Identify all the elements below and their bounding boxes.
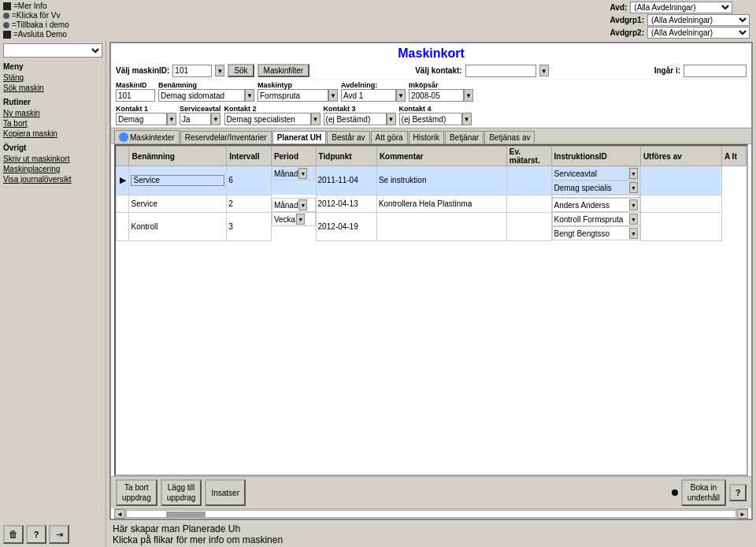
sidebar-item-ny-maskin[interactable]: Ny maskin <box>3 108 102 118</box>
bottom-left-buttons: Ta bort uppdrag Lägg till uppdrag Insats… <box>116 479 246 506</box>
table-row[interactable]: Service2Månad▼2012-04-13Kontrollera Hela… <box>117 195 747 212</box>
avdelning-field-input[interactable] <box>341 89 396 102</box>
serviceavtal-input[interactable] <box>180 113 211 125</box>
sidebar-item-stang[interactable]: Stäng <box>3 73 102 83</box>
avdgrp2-select[interactable]: (Alla Avdelningar) <box>647 27 750 39</box>
tab-historik[interactable]: Historik <box>409 131 444 143</box>
horizontal-scrollbar[interactable]: ◄ ► <box>114 508 748 519</box>
maskintyp-field-input[interactable] <box>258 89 328 102</box>
sidebar-item-ta-bort[interactable]: Ta bort <box>3 118 102 128</box>
cell-ev-matarst <box>506 212 551 240</box>
ingar-i-input[interactable] <box>684 65 747 77</box>
cell-tidpunkt: 2012-04-19 <box>316 212 376 240</box>
row-indicator <box>117 195 129 212</box>
col-ev-matarst: Ev. mätarst. <box>506 147 551 166</box>
inkopsaar-arrow[interactable]: ▼ <box>464 89 473 102</box>
help-bottom-button[interactable]: ? <box>729 484 747 501</box>
sidebar-help-btn[interactable]: ? <box>26 525 46 544</box>
col-utfores-av: Utföres av <box>640 147 721 166</box>
ovrigt-section-title: Övrigt <box>3 143 102 152</box>
footer-text: Här skapar man Planerade Uh Klicka på fl… <box>106 522 756 547</box>
kontakt4-arrow[interactable]: ▼ <box>462 113 472 125</box>
maskinid-dropdown-arrow[interactable]: ▼ <box>215 65 224 76</box>
info-item-4: =Avsluta Demo <box>3 30 69 39</box>
tab-maskintexter[interactable]: Maskintexter <box>114 130 180 143</box>
boka-in-button[interactable]: Boka in underhåll <box>681 479 726 506</box>
tab-reservdelar[interactable]: Reservdelar/Inventarier <box>180 131 272 143</box>
inkopsaar-field-input[interactable] <box>409 89 464 102</box>
footer-line2: Klicka på flikar för mer info om maskine… <box>113 534 750 545</box>
kontakt2-arrow[interactable]: ▼ <box>311 113 321 125</box>
lagg-till-uppdrag-button[interactable]: Lägg till uppdrag <box>161 479 202 506</box>
sok-button[interactable]: Sök <box>228 64 254 77</box>
maskinid-input[interactable] <box>172 65 212 77</box>
table-row[interactable]: Kontroll3Vecka▼2012-04-19Kontroll Formsp… <box>117 212 747 240</box>
meny-section-title: Meny <box>3 62 102 71</box>
kontakt3-input[interactable] <box>324 113 387 125</box>
benamning-arrow[interactable]: ▼ <box>245 89 254 102</box>
kontakt3-arrow[interactable]: ▼ <box>387 113 396 125</box>
kontakt1-input[interactable] <box>116 113 167 125</box>
tab-att-gora[interactable]: Att göra <box>371 131 408 143</box>
avd-select[interactable]: (Alla Avdelningar) <box>630 2 732 13</box>
insatser-button[interactable]: Insatser <box>205 479 246 506</box>
cell-a-it <box>640 166 721 195</box>
fields-row2: Kontakt 1 ▼ Serviceavtal ▼ <box>111 103 751 128</box>
col-kommentar: Kommentar <box>376 147 506 166</box>
sidebar-item-sok-maskin[interactable]: Sök maskin <box>3 83 102 93</box>
maskinfilter-button[interactable]: Maskinfilter <box>258 64 310 77</box>
ta-bort-uppdrag-button[interactable]: Ta bort uppdrag <box>116 479 158 506</box>
col-indicator <box>117 147 129 166</box>
sidebar-nav-btn[interactable]: ⇥ <box>49 525 69 544</box>
kontakt2-field: Kontakt 2 ▼ <box>224 105 321 125</box>
sidebar-delete-btn[interactable]: 🗑 <box>3 525 24 544</box>
table-row[interactable]: ▶6Månad▼2011-11-04Se instruktionServicea… <box>117 166 747 195</box>
cell-tidpunkt: 2012-04-13 <box>316 195 376 212</box>
tab-bestar-av[interactable]: Består av <box>327 131 369 143</box>
avdelning-field-label: Avdelning: <box>341 81 406 89</box>
sidebar-item-visa-journal[interactable]: Visa journalöversikt <box>3 174 102 184</box>
sidebar-item-kopiera-maskin[interactable]: Kopiera maskin <box>3 128 102 139</box>
cell-instruktionsid: Serviceavtal▼ <box>552 166 640 180</box>
cell-kommentar: Se instruktion <box>376 166 506 195</box>
col-a-it: A It <box>721 147 746 166</box>
ingar-i-label: Ingår i: <box>654 66 680 75</box>
col-benamning: Benämning <box>129 147 227 166</box>
inkopsaar-field-label: Inköpsår <box>409 81 473 89</box>
kontakt-input[interactable] <box>465 65 536 77</box>
avdelning-arrow[interactable]: ▼ <box>396 89 406 102</box>
data-table: Benämning Intervall Period Tidpunkt Komm… <box>116 146 747 241</box>
maskinid-field-input[interactable] <box>116 89 155 102</box>
sidebar-item-maskinplacering[interactable]: Maskinplacering <box>3 164 102 174</box>
kontakt-dropdown-arrow[interactable]: ▼ <box>539 65 549 76</box>
cell-intervall: 3 <box>227 212 272 240</box>
kontakt2-input[interactable] <box>224 113 311 125</box>
tab-planerat-uh[interactable]: Planerat UH <box>272 131 327 143</box>
maskintyp-field-label: Maskintyp <box>258 81 338 89</box>
cell-ev-matarst <box>506 166 551 195</box>
footer-line1: Här skapar man Planerade Uh <box>113 523 750 534</box>
cell-kommentar <box>376 212 506 240</box>
kontakt4-input[interactable] <box>399 113 462 125</box>
sidebar-dropdown[interactable] <box>3 43 102 58</box>
maskintyp-arrow[interactable]: ▼ <box>328 89 338 102</box>
cell-period: Månad▼ <box>272 166 316 180</box>
serviceavtal-field: Serviceavtal ▼ <box>180 105 221 125</box>
serviceavtal-arrow[interactable]: ▼ <box>211 113 220 125</box>
bullet-icon-2 <box>3 13 9 19</box>
info-item-2: =Klicka för Vv <box>3 11 69 20</box>
info-item-1: =Mer Info <box>3 2 69 10</box>
cell-period: Vecka▼ <box>272 212 316 226</box>
cell-benamning: Kontroll <box>129 212 227 240</box>
kontakt3-field: Kontakt 3 ▼ <box>324 105 396 125</box>
benamning-field-input[interactable] <box>158 89 245 102</box>
tab-betjanas-av[interactable]: Betjänas av <box>484 131 535 143</box>
avdgrp1-select[interactable]: (Alla Avdelningar) <box>647 14 750 26</box>
cell-a-it <box>640 195 721 212</box>
cell-utfores-av: Demag specialis▼ <box>552 180 640 195</box>
col-period: Period <box>271 147 316 166</box>
kontakt1-arrow[interactable]: ▼ <box>167 113 176 125</box>
cell-benamning: Service <box>129 195 227 212</box>
sidebar-item-skriv-ut[interactable]: Skriv ut maskinkort <box>3 154 102 164</box>
tab-betjanar[interactable]: Betjänar <box>445 131 484 143</box>
